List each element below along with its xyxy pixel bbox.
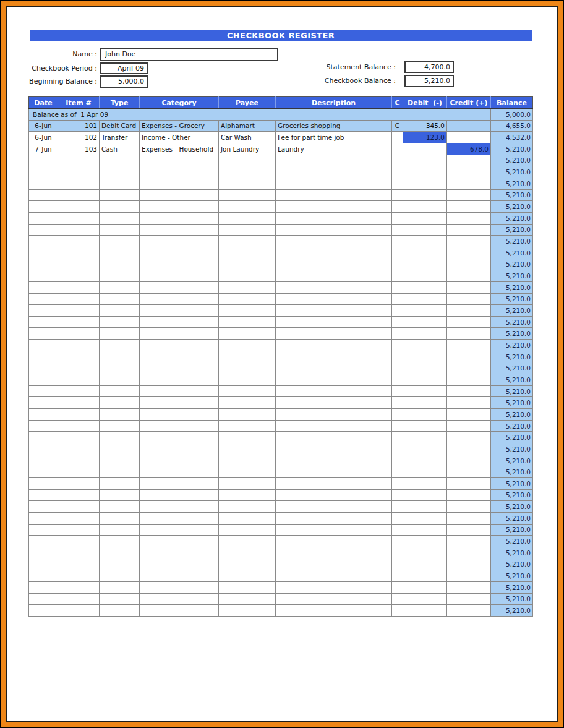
- cell-date[interactable]: [29, 455, 58, 466]
- cell-c[interactable]: [392, 189, 403, 201]
- cell-description[interactable]: [276, 581, 392, 593]
- cell-balance[interactable]: 5,210.0: [491, 247, 533, 259]
- cell-date[interactable]: [29, 236, 58, 247]
- cell-payee[interactable]: Car Wash: [219, 132, 276, 143]
- cell-credit[interactable]: [447, 409, 491, 421]
- cell-balance[interactable]: 5,210.0: [491, 259, 533, 270]
- cell-category[interactable]: [140, 316, 219, 328]
- cell-type[interactable]: [100, 478, 140, 490]
- cell-payee[interactable]: [219, 432, 276, 443]
- cell-credit[interactable]: [447, 351, 491, 362]
- cell-balance[interactable]: 5,210.0: [491, 374, 533, 386]
- cell-credit[interactable]: [447, 570, 491, 582]
- cell-category[interactable]: [140, 432, 219, 443]
- cell-c[interactable]: [392, 293, 403, 305]
- cell-c[interactable]: [392, 374, 403, 386]
- cell-description[interactable]: [276, 236, 392, 247]
- cell-credit[interactable]: [447, 536, 491, 547]
- cell-payee[interactable]: [219, 316, 276, 328]
- cell-payee[interactable]: [219, 212, 276, 224]
- cell-type[interactable]: [100, 547, 140, 559]
- cell-c[interactable]: [392, 455, 403, 466]
- cell-item[interactable]: [58, 397, 100, 409]
- cell-balance[interactable]: 5,210.0: [491, 293, 533, 305]
- cell-date[interactable]: [29, 247, 58, 259]
- cell-balance[interactable]: 5,210.0: [491, 385, 533, 397]
- cell-item[interactable]: [58, 385, 100, 397]
- cell-date[interactable]: [29, 512, 58, 524]
- cell-c[interactable]: [392, 536, 403, 547]
- cell-c[interactable]: [392, 593, 403, 605]
- cell-description[interactable]: [276, 570, 392, 582]
- cell-credit[interactable]: [447, 340, 491, 351]
- cell-balance[interactable]: 5,210.0: [491, 409, 533, 421]
- cell-category[interactable]: [140, 374, 219, 386]
- cell-balance[interactable]: 5,210.0: [491, 362, 533, 374]
- cell-type[interactable]: [100, 259, 140, 270]
- cell-debit[interactable]: [403, 455, 447, 466]
- cell-date[interactable]: [29, 362, 58, 374]
- cell-description[interactable]: [276, 512, 392, 524]
- cell-debit[interactable]: [403, 570, 447, 582]
- cell-date[interactable]: [29, 340, 58, 351]
- cell-credit[interactable]: [447, 178, 491, 189]
- cell-date[interactable]: [29, 466, 58, 478]
- statement-balance-field[interactable]: 4,700.0: [404, 61, 454, 73]
- cell-c[interactable]: [392, 212, 403, 224]
- cell-c[interactable]: [392, 224, 403, 236]
- cell-debit[interactable]: [403, 536, 447, 547]
- cell-c[interactable]: [392, 328, 403, 340]
- cell-debit[interactable]: [403, 478, 447, 490]
- cell-date[interactable]: [29, 432, 58, 443]
- cell-description[interactable]: [276, 316, 392, 328]
- cell-type[interactable]: [100, 351, 140, 362]
- cell-payee[interactable]: [219, 581, 276, 593]
- cell-balance[interactable]: 5,210.0: [491, 547, 533, 559]
- cell-date[interactable]: [29, 166, 58, 178]
- cell-type[interactable]: [100, 340, 140, 351]
- cell-description[interactable]: [276, 328, 392, 340]
- cell-credit[interactable]: [447, 155, 491, 166]
- cell-payee[interactable]: [219, 420, 276, 432]
- cell-item[interactable]: [58, 455, 100, 466]
- cell-balance[interactable]: 5,210.0: [491, 593, 533, 605]
- cell-payee[interactable]: [219, 166, 276, 178]
- cell-debit[interactable]: [403, 143, 447, 155]
- cell-c[interactable]: [392, 340, 403, 351]
- cell-type[interactable]: [100, 374, 140, 386]
- cell-category[interactable]: [140, 201, 219, 213]
- cell-debit[interactable]: [403, 593, 447, 605]
- cell-description[interactable]: [276, 281, 392, 293]
- cell-balance[interactable]: 5,210.0: [491, 201, 533, 213]
- cell-credit[interactable]: [447, 281, 491, 293]
- cell-c[interactable]: [392, 466, 403, 478]
- cell-item[interactable]: [58, 501, 100, 513]
- cell-balance[interactable]: 5,210.0: [491, 478, 533, 490]
- cell-balance[interactable]: 5,210.0: [491, 432, 533, 443]
- cell-item[interactable]: [58, 547, 100, 559]
- cell-payee[interactable]: [219, 270, 276, 282]
- cell-payee[interactable]: [219, 178, 276, 189]
- cell-description[interactable]: [276, 455, 392, 466]
- cell-date[interactable]: [29, 420, 58, 432]
- cell-category[interactable]: Expenses - Household: [140, 143, 219, 155]
- cell-debit[interactable]: [403, 236, 447, 247]
- cell-category[interactable]: [140, 189, 219, 201]
- cell-description[interactable]: [276, 374, 392, 386]
- cell-date[interactable]: [29, 605, 58, 617]
- cell-type[interactable]: [100, 409, 140, 421]
- cell-description[interactable]: [276, 385, 392, 397]
- cell-description[interactable]: [276, 247, 392, 259]
- cell-type[interactable]: [100, 281, 140, 293]
- cell-payee[interactable]: [219, 524, 276, 536]
- cell-c[interactable]: [392, 443, 403, 455]
- cell-payee[interactable]: [219, 155, 276, 166]
- cell-credit[interactable]: [447, 420, 491, 432]
- cell-date[interactable]: [29, 409, 58, 421]
- cell-description[interactable]: [276, 466, 392, 478]
- cell-description[interactable]: [276, 270, 392, 282]
- cell-type[interactable]: [100, 270, 140, 282]
- cell-balance[interactable]: 5,210.0: [491, 143, 533, 155]
- cell-balance[interactable]: 5,210.0: [491, 524, 533, 536]
- cell-item[interactable]: [58, 201, 100, 213]
